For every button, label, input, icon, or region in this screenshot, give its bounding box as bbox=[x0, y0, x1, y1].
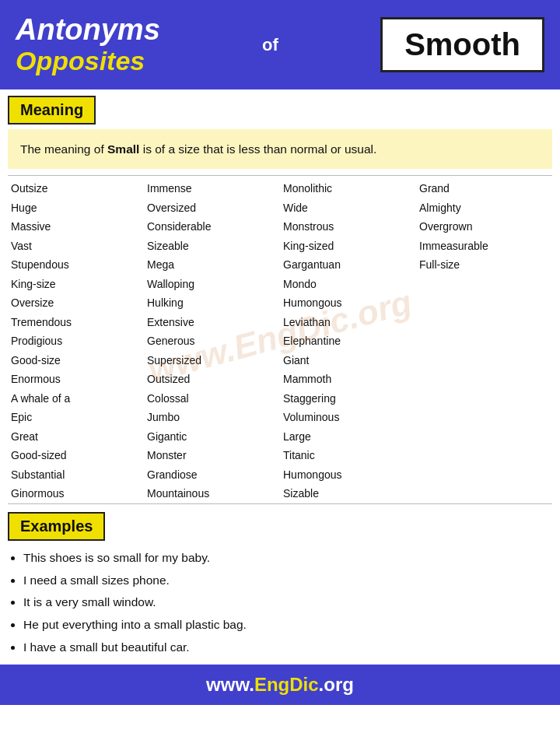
word-item: Prodigious bbox=[11, 331, 141, 351]
footer-text: www.EngDic.org bbox=[206, 674, 354, 695]
word-item: Oversize bbox=[11, 293, 141, 313]
meaning-section: Meaning The meaning of Small is of a siz… bbox=[0, 89, 560, 169]
word-item: Substantial bbox=[11, 465, 141, 485]
word-item: Immense bbox=[147, 179, 277, 198]
meaning-text-suffix: is of a size that is less than normal or… bbox=[139, 142, 376, 156]
word-item: Sizeable bbox=[147, 237, 277, 256]
word-item: Overgrown bbox=[419, 217, 549, 237]
word-item: Humongous bbox=[283, 465, 413, 485]
example-item: I have a small but beautiful car. bbox=[23, 637, 552, 659]
word-item: King-sized bbox=[283, 237, 413, 256]
word-item: Stupendous bbox=[11, 255, 141, 275]
word-item: Staggering bbox=[283, 389, 413, 409]
word-item: Good-sized bbox=[11, 446, 141, 465]
word-item: Monster bbox=[147, 446, 277, 465]
word-item: Walloping bbox=[147, 275, 277, 294]
word-item: Titanic bbox=[283, 446, 413, 465]
word-item: Wide bbox=[283, 198, 413, 218]
word-item: Mondo bbox=[283, 275, 413, 294]
word-item: Mammoth bbox=[283, 370, 413, 389]
word-item: Outsized bbox=[147, 370, 277, 389]
meaning-label-box: Meaning bbox=[8, 96, 96, 124]
word-item: Outsize bbox=[11, 179, 141, 198]
word-item: Epic bbox=[11, 408, 141, 427]
footer-prefix: www. bbox=[206, 674, 254, 695]
word-item: A whale of a bbox=[11, 389, 141, 409]
meaning-text: The meaning of Small is of a size that i… bbox=[8, 129, 552, 169]
word-item: Massive bbox=[11, 217, 141, 237]
word-item: Oversized bbox=[147, 198, 277, 218]
header-antonyms: Antonyms bbox=[16, 14, 160, 47]
word-item: Large bbox=[283, 427, 413, 447]
word-item: Full-size bbox=[419, 255, 549, 275]
words-grid: OutsizeHugeMassiveVastStupendousKing-siz… bbox=[8, 175, 552, 503]
word-item: Enormous bbox=[11, 370, 141, 389]
example-item: He put everything into a small plastic b… bbox=[23, 614, 552, 637]
word-item: Great bbox=[11, 427, 141, 447]
meaning-text-prefix: The meaning of bbox=[20, 142, 107, 156]
examples-label-box: Examples bbox=[8, 512, 105, 541]
examples-section: Examples This shoes is so small for my b… bbox=[0, 504, 560, 665]
word-item: Jumbo bbox=[147, 408, 277, 427]
word-item: Gigantic bbox=[147, 427, 277, 447]
examples-list: This shoes is so small for my baby.I nee… bbox=[0, 541, 560, 665]
header-opposites: Opposites bbox=[16, 47, 160, 75]
word-item: King-size bbox=[11, 275, 141, 294]
word-item: Tremendous bbox=[11, 313, 141, 332]
word-item: Mountainous bbox=[147, 484, 277, 503]
word-item: Supersized bbox=[147, 351, 277, 370]
word-item: Grandiose bbox=[147, 465, 277, 485]
word-item: Leviathan bbox=[283, 313, 413, 332]
word-item: Voluminous bbox=[283, 408, 413, 427]
footer: www.EngDic.org bbox=[0, 665, 560, 705]
footer-engdic: EngDic bbox=[254, 674, 319, 695]
words-section: www.EngDic.org OutsizeHugeMassiveVastStu… bbox=[0, 169, 560, 503]
word-item: Generous bbox=[147, 331, 277, 351]
word-item: Humongous bbox=[283, 293, 413, 313]
words-col-3: MonolithicWideMonstrousKing-sizedGargant… bbox=[280, 179, 416, 503]
header-word: Smooth bbox=[404, 27, 520, 62]
footer-org: org bbox=[324, 674, 354, 695]
word-item: Elephantine bbox=[283, 331, 413, 351]
word-item: Monolithic bbox=[283, 179, 413, 198]
words-col-1: OutsizeHugeMassiveVastStupendousKing-siz… bbox=[8, 179, 144, 503]
meaning-label-row: Meaning bbox=[0, 89, 560, 124]
header-of: of bbox=[262, 35, 278, 55]
word-item: Immeasurable bbox=[419, 237, 549, 256]
example-item: This shoes is so small for my baby. bbox=[23, 547, 552, 570]
word-item: Grand bbox=[419, 179, 549, 198]
header-word-box: Smooth bbox=[380, 17, 544, 72]
word-item: Mega bbox=[147, 255, 277, 275]
word-item: Gargantuan bbox=[283, 255, 413, 275]
words-col-2: ImmenseOversizedConsiderableSizeableMega… bbox=[144, 179, 280, 503]
meaning-text-bold: Small bbox=[107, 142, 139, 156]
word-item: Giant bbox=[283, 351, 413, 370]
word-item: Ginormous bbox=[11, 484, 141, 503]
header: Antonyms Opposites of Smooth bbox=[0, 0, 560, 89]
example-item: It is a very small window. bbox=[23, 591, 552, 614]
examples-label-row: Examples bbox=[0, 504, 560, 541]
word-item: Hulking bbox=[147, 293, 277, 313]
word-item: Colossal bbox=[147, 389, 277, 409]
header-left: Antonyms Opposites bbox=[16, 14, 160, 75]
word-item: Considerable bbox=[147, 217, 277, 237]
example-item: I need a small sizes phone. bbox=[23, 570, 552, 592]
word-item: Vast bbox=[11, 237, 141, 256]
word-item: Extensive bbox=[147, 313, 277, 332]
word-item: Sizable bbox=[283, 484, 413, 503]
word-item: Huge bbox=[11, 198, 141, 218]
words-col-4: GrandAlmightyOvergrownImmeasurableFull-s… bbox=[416, 179, 552, 503]
word-item: Good-size bbox=[11, 351, 141, 370]
word-item: Almighty bbox=[419, 198, 549, 218]
word-item: Monstrous bbox=[283, 217, 413, 237]
